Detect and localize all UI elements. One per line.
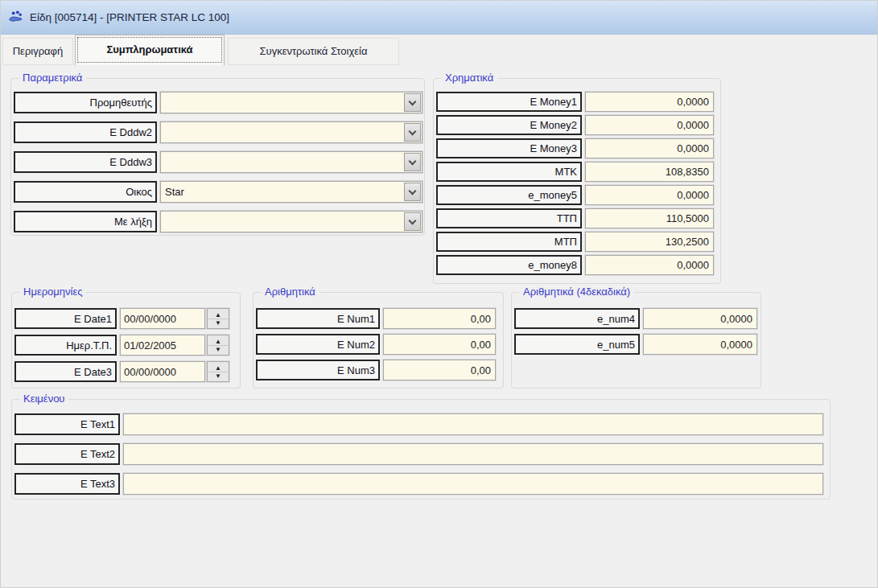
- chevron-down-icon: [409, 127, 417, 135]
- field-row: E Num3 0,00: [256, 360, 503, 380]
- e-text1-label: E Text1: [14, 413, 120, 435]
- group-keimenou-title: Κειμένου: [19, 393, 68, 405]
- e-date3-label: E Date3: [14, 361, 117, 382]
- spin-down-button[interactable]: ▼: [208, 319, 229, 327]
- tab-perigrafi[interactable]: Περιγραφή: [2, 38, 73, 65]
- group-arithmitika-4dekadika: Αριθμητικά (4δεκαδικά) e_num4 0,0000 e_n…: [511, 292, 761, 389]
- e-dddw2-combobox[interactable]: [160, 121, 423, 143]
- tab-strip: Περιγραφή Συμπληρωματικά Συγκεντρωτικά Σ…: [1, 35, 877, 65]
- group-arithmitika-4dekadika-title: Αριθμητικά (4δεκαδικά): [519, 286, 634, 298]
- e-money2-label: E Money2: [436, 115, 582, 135]
- e-money1-field[interactable]: 0,0000: [585, 92, 714, 112]
- field-row: e_num5 0,0000: [514, 334, 761, 355]
- field-row: E Text2: [14, 443, 823, 465]
- oikos-label: Οικος: [14, 181, 157, 203]
- window-title: Είδη [005714] - [PRINTER STAR LC 100]: [30, 11, 229, 23]
- spin-up-button[interactable]: ▲: [208, 364, 229, 372]
- field-row: E Date1 00/00/0000 ▲ ▼: [14, 308, 240, 329]
- e-money5-field[interactable]: 0,0000: [585, 185, 714, 205]
- combo-dropdown-button[interactable]: [404, 212, 421, 231]
- combo-dropdown-button[interactable]: [404, 153, 421, 171]
- e-date3-field[interactable]: 00/00/0000: [120, 361, 205, 382]
- combo-dropdown-button[interactable]: [404, 183, 421, 201]
- e-num4-label: e_num4: [514, 308, 640, 329]
- e-num5-label: e_num5: [514, 334, 640, 355]
- e-date1-field[interactable]: 00/00/0000: [120, 308, 205, 329]
- spin-down-button[interactable]: ▼: [208, 346, 229, 353]
- field-row: MTK 108,8350: [436, 162, 720, 182]
- combo-dropdown-button[interactable]: [404, 93, 421, 112]
- e-date1-label: E Date1: [14, 308, 117, 329]
- mtp-label: ΜΤΠ: [436, 232, 582, 252]
- chevron-down-icon: [409, 216, 417, 224]
- e-num2-label: E Num2: [256, 334, 380, 355]
- tab-sympliromatika[interactable]: Συμπληρωματικά: [75, 35, 225, 65]
- e-money8-label: e_money8: [436, 255, 582, 275]
- chevron-down-icon: [409, 97, 417, 105]
- imer-tp-field[interactable]: 01/02/2005: [120, 335, 205, 356]
- e-money5-label: e_money5: [436, 185, 582, 205]
- e-money8-field[interactable]: 0,0000: [585, 255, 714, 275]
- oikos-combobox[interactable]: Star: [160, 181, 423, 203]
- group-arithmitika-title: Αριθμητικά: [261, 286, 319, 298]
- field-row: Με λήξη: [14, 211, 424, 232]
- field-row: e_money5 0,0000: [436, 185, 720, 205]
- e-money2-field[interactable]: 0,0000: [585, 115, 714, 135]
- e-text2-field[interactable]: [123, 443, 823, 465]
- ttp-field[interactable]: 110,5000: [585, 208, 714, 228]
- mtp-field[interactable]: 130,2500: [585, 232, 714, 252]
- e-num3-field[interactable]: 0,00: [383, 360, 496, 380]
- combo-value: Star: [165, 186, 403, 198]
- group-imerominies: Ημερομηνίες E Date1 00/00/0000 ▲ ▼ Ημερ.…: [11, 292, 241, 389]
- e-dddw3-label: E Dddw3: [14, 151, 157, 173]
- group-xrimatika-title: Χρηματικά: [441, 72, 497, 84]
- e-num2-field[interactable]: 0,00: [383, 334, 496, 355]
- group-xrimatika: Χρηματικά E Money1 0,0000 E Money2 0,000…: [433, 78, 721, 284]
- e-num4-field[interactable]: 0,0000: [643, 308, 757, 329]
- e-text1-field[interactable]: [123, 413, 823, 435]
- e-text3-field[interactable]: [123, 473, 823, 495]
- e-date1-spinner[interactable]: ▲ ▼: [207, 308, 229, 329]
- group-parametrika: Παραμετρικά Προμηθευτής E Dddw2 E Dddw3 …: [10, 78, 425, 236]
- e-money3-field[interactable]: 0,0000: [585, 138, 714, 158]
- e-num1-field[interactable]: 0,00: [383, 308, 496, 329]
- spin-down-button[interactable]: ▼: [208, 372, 229, 380]
- spin-up-button[interactable]: ▲: [208, 338, 229, 346]
- group-arithmitika: Αριθμητικά E Num1 0,00 E Num2 0,00 E Num…: [253, 292, 504, 389]
- combo-dropdown-button[interactable]: [404, 123, 421, 142]
- mtk-label: MTK: [436, 162, 582, 182]
- field-row: E Num1 0,00: [256, 308, 503, 329]
- e-dddw2-label: E Dddw2: [14, 121, 157, 143]
- e-date3-spinner[interactable]: ▲ ▼: [207, 361, 229, 382]
- field-row: Οικος Star: [14, 181, 424, 203]
- promitheftis-label: Προμηθευτής: [14, 92, 157, 113]
- e-money1-label: E Money1: [436, 92, 582, 112]
- mtk-field[interactable]: 108,8350: [585, 162, 714, 182]
- imer-tp-label: Ημερ.Τ.Π.: [14, 335, 117, 356]
- chevron-down-icon: [409, 157, 417, 165]
- field-row: E Money2 0,0000: [436, 115, 720, 135]
- group-parametrika-title: Παραμετρικά: [19, 72, 86, 84]
- field-row: e_num4 0,0000: [514, 308, 761, 329]
- spin-up-button[interactable]: ▲: [208, 311, 229, 319]
- field-row: E Text1: [14, 413, 823, 435]
- e-money3-label: E Money3: [436, 138, 582, 158]
- field-row: e_money8 0,0000: [436, 255, 720, 275]
- field-row: E Money1 0,0000: [436, 92, 720, 112]
- promitheftis-combobox[interactable]: [160, 92, 423, 113]
- field-row: E Num2 0,00: [256, 334, 503, 355]
- me-lixi-combobox[interactable]: [160, 211, 423, 232]
- e-num5-field[interactable]: 0,0000: [643, 334, 757, 355]
- field-row: ΤΤΠ 110,5000: [436, 208, 720, 228]
- e-dddw3-combobox[interactable]: [160, 151, 423, 173]
- field-row: E Dddw2: [14, 121, 424, 143]
- imer-tp-spinner[interactable]: ▲ ▼: [207, 335, 229, 356]
- e-text3-label: E Text3: [14, 473, 120, 495]
- group-imerominies-title: Ημερομηνίες: [19, 286, 86, 298]
- chevron-down-icon: [409, 187, 417, 195]
- field-row: E Money3 0,0000: [436, 138, 720, 158]
- app-icon: [8, 10, 23, 25]
- field-row: E Date3 00/00/0000 ▲ ▼: [14, 361, 240, 382]
- tab-sygkentrotika-stoixeia[interactable]: Συγκεντρωτικά Στοιχεία: [228, 38, 399, 65]
- e-num3-label: E Num3: [256, 360, 380, 380]
